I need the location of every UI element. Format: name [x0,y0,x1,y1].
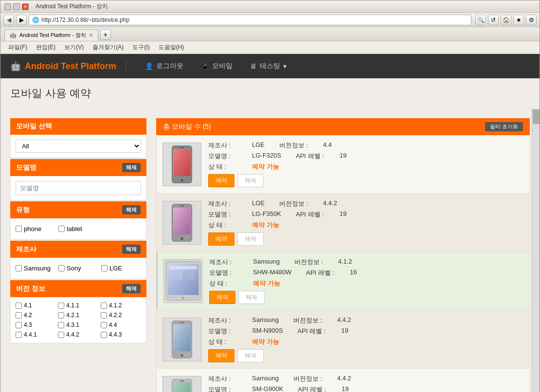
device-img-2 [162,201,201,245]
device-info-row-2a: 제조사 : LGE 버전정보 : 4.4.2 [208,199,523,208]
svg-rect-9 [173,207,191,234]
new-tab-btn[interactable]: + [100,29,111,40]
version-431[interactable]: 4.3.1 [58,321,98,328]
version-42[interactable]: 4.2 [16,312,56,319]
refresh-btn[interactable]: ↺ [488,15,499,25]
menu-help[interactable]: 도움말(H) [155,42,188,53]
reserve-btn-4[interactable]: 예약 [208,349,234,362]
version-411[interactable]: 4.1.1 [58,302,98,309]
manufacturer-reset-btn[interactable]: 해제 [122,245,141,254]
menu-tools[interactable]: 도구(I) [128,42,153,53]
device-info-row-1b: 모델명 : LG-F320S API 레벨 : 19 [208,152,523,160]
testing-icon: 🖥 [250,62,257,70]
phone-svg-2 [170,203,194,242]
version-421[interactable]: 4.2.1 [58,312,98,319]
forward-btn[interactable]: ▶ [16,15,27,25]
version-421-cb[interactable] [58,312,64,319]
version-412-cb[interactable] [101,303,107,309]
manufacturer-samsung-checkbox[interactable] [16,265,22,271]
manufacturer-lge-checkbox[interactable] [101,265,108,271]
search-btn[interactable]: 🔍 [475,15,486,25]
ver-label-1: 버전정보 : [279,141,308,150]
nav-mobile[interactable]: 📱 모바일 [192,54,241,78]
type-reset-btn[interactable]: 해제 [122,205,141,214]
menu-edit[interactable]: 편집(E) [32,42,59,53]
close-btn[interactable]: ✕ [22,3,29,10]
cancel-btn-1[interactable]: 해제 [237,174,264,187]
model-value-2: LG-F350K [252,210,281,219]
cancel-btn-2[interactable]: 해제 [237,232,264,246]
model-label-3: 모델명 : [209,268,238,277]
nav-testing[interactable]: 🖥 테스팅 ▾ [241,54,295,78]
cancel-btn-4[interactable]: 해제 [237,349,264,362]
logout-icon: 👤 [145,62,153,70]
cancel-btn-3[interactable]: 해제 [238,291,265,304]
manufacturer-sony-label: Sony [67,265,81,272]
menu-favorites[interactable]: 즐겨찾기(A) [89,42,127,53]
type-phone-item[interactable]: phone [16,225,54,232]
browser-chrome: ✕ Android Test Platform - 장치 ◀ ▶ 🌐 http:… [0,0,540,392]
version-441[interactable]: 4.4.1 [16,331,56,338]
device-info-3: 제조사 : Samsung 버전정보 : 4.1.2 모델명 : SHW-M48… [209,258,523,304]
tab-bar: 🤖 Android Test Platform - 장치 ✕ + [0,27,540,41]
version-443-cb[interactable] [101,332,107,338]
version-41-cb[interactable] [16,303,22,309]
version-41[interactable]: 4.1 [16,302,56,309]
fav-btn[interactable]: ★ [513,15,524,25]
type-tablet-item[interactable]: tablet [58,225,97,232]
version-442-cb[interactable] [58,332,64,338]
version-44-cb[interactable] [101,322,107,328]
version-reset-btn[interactable]: 해제 [122,284,141,293]
reserve-btn-1[interactable]: 예약 [208,174,234,187]
version-42-cb[interactable] [16,312,22,319]
version-411-cb[interactable] [58,303,64,309]
type-phone-checkbox[interactable] [16,226,22,232]
minimize-btn[interactable] [4,3,11,10]
device-info-row-3c: 상 태 : 예약 가능 [209,279,523,288]
version-43-cb[interactable] [16,322,22,328]
reserve-btn-2[interactable]: 예약 [208,232,234,246]
reserve-btn-3[interactable]: 예약 [209,291,235,304]
type-checkbox-group: phone tablet [16,223,141,234]
version-422-cb[interactable] [101,312,107,319]
version-422[interactable]: 4.2.2 [101,312,141,319]
api-label-1: API 레벨 : [296,152,325,160]
device-info-row-3b: 모델명 : SHW-M480W API 레벨 : 16 [209,268,523,277]
app-header: 🤖 Android Test Platform 👤 로그아웃 📱 모바일 🖥 테… [0,54,540,78]
version-442[interactable]: 4.4.2 [58,331,98,338]
nav-logout[interactable]: 👤 로그아웃 [136,54,192,78]
device-actions-4: 예약 해제 [208,349,523,362]
home-btn[interactable]: 🏠 [501,15,511,25]
type-tablet-checkbox[interactable] [58,226,65,232]
version-443[interactable]: 4.4.3 [101,331,141,338]
phone-svg-5 [170,378,194,392]
version-412[interactable]: 4.1.2 [101,302,141,309]
model-name-input[interactable] [16,181,141,195]
sidebar-type-section: 유형 해제 phone tablet [10,201,146,240]
device-count-label: 총 모바일 수 (5) [163,123,211,131]
menu-bar: 파일(F) 편집(E) 보기(V) 즐겨찾기(A) 도구(I) 도움말(H) [0,41,540,54]
back-btn[interactable]: ◀ [3,15,14,25]
version-44[interactable]: 4.4 [101,321,141,328]
mobile-select-dropdown[interactable]: All LGE Samsung Sony [16,140,141,153]
manufacturer-samsung-item[interactable]: Samsung [16,265,54,272]
manufacturer-sony-checkbox[interactable] [58,265,65,271]
manufacturer-sony-item[interactable]: Sony [58,265,97,272]
menu-view[interactable]: 보기(V) [60,42,88,53]
filter-reset-btn[interactable]: 필터 초기화 [485,122,523,131]
device-info-row-2b: 모델명 : LG-F350K API 레벨 : 19 [208,210,523,219]
version-441-cb[interactable] [16,332,22,338]
model-label-5: 모델명 : [208,385,237,392]
manufacturer-lge-item[interactable]: LGE [101,265,140,272]
browser-tab[interactable]: 🤖 Android Test Platform - 장치 ✕ [4,29,98,41]
address-bar[interactable]: 🌐 http://172.30.0.88/~bts/device.php [29,15,471,25]
settings-nav-btn[interactable]: ⚙ [526,15,537,25]
mfr-label-1: 제조사 : [208,141,237,150]
menu-file[interactable]: 파일(F) [4,42,31,53]
tab-close-btn[interactable]: ✕ [89,33,93,38]
version-431-cb[interactable] [58,322,64,328]
maximize-btn[interactable] [13,3,20,10]
model-reset-btn[interactable]: 해제 [122,163,141,172]
version-43[interactable]: 4.3 [16,321,56,328]
scrollbar[interactable] [532,108,540,392]
